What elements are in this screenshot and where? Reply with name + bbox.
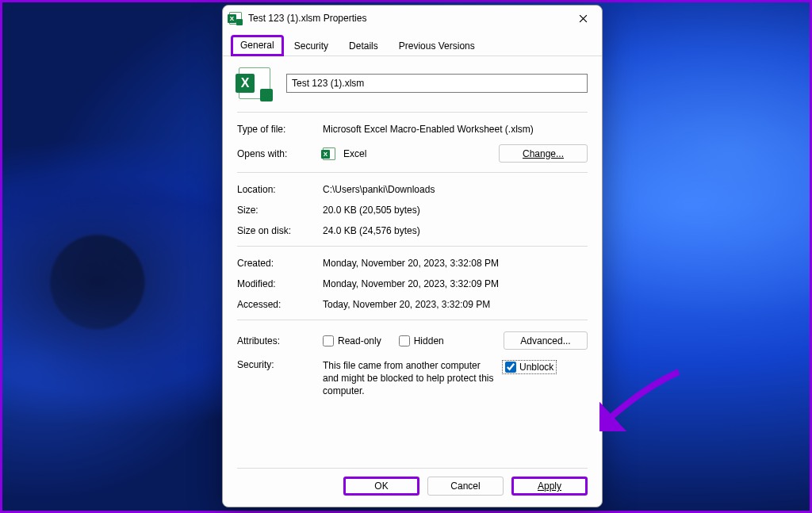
titlebar-file-icon: X xyxy=(229,12,242,25)
cancel-button[interactable]: Cancel xyxy=(427,477,504,496)
value-type-of-file: Microsoft Excel Macro-Enabled Worksheet … xyxy=(323,124,588,135)
unblock-label: Unblock xyxy=(519,362,553,373)
excel-app-icon: X xyxy=(323,147,335,160)
unblock-checkbox-wrap[interactable]: Unblock xyxy=(502,360,557,374)
change-button[interactable]: Change... xyxy=(499,144,588,163)
tab-content-general: X Type of file: Microsoft Excel Macro-En… xyxy=(223,56,602,468)
advanced-button[interactable]: Advanced... xyxy=(504,331,588,350)
readonly-checkbox-wrap[interactable]: Read-only xyxy=(323,335,381,346)
apply-button[interactable]: Apply xyxy=(511,477,588,496)
label-type-of-file: Type of file: xyxy=(237,124,323,135)
tab-previous-versions[interactable]: Previous Versions xyxy=(389,35,485,56)
label-attributes: Attributes: xyxy=(237,335,323,346)
label-opens-with: Opens with: xyxy=(237,148,323,159)
label-modified: Modified: xyxy=(237,278,323,289)
filename-input[interactable] xyxy=(286,74,588,93)
hidden-label: Hidden xyxy=(414,335,444,346)
tab-strip: General Security Details Previous Versio… xyxy=(223,31,602,56)
separator xyxy=(237,246,588,247)
dialog-footer: OK Cancel Apply xyxy=(223,469,602,507)
separator xyxy=(237,320,588,320)
hidden-checkbox-wrap[interactable]: Hidden xyxy=(399,335,444,346)
tab-general[interactable]: General xyxy=(231,35,284,56)
close-button[interactable] xyxy=(572,7,594,29)
label-created: Created: xyxy=(237,258,323,269)
hidden-checkbox[interactable] xyxy=(399,335,410,346)
file-type-icon: X xyxy=(239,67,270,99)
value-modified: Monday, November 20, 2023, 3:32:09 PM xyxy=(323,278,588,289)
unblock-checkbox[interactable] xyxy=(505,362,516,373)
readonly-label: Read-only xyxy=(338,335,381,346)
value-created: Monday, November 20, 2023, 3:32:08 PM xyxy=(323,258,588,269)
readonly-checkbox[interactable] xyxy=(323,335,334,346)
security-description: This file came from another computer and… xyxy=(323,359,497,398)
titlebar: X Test 123 (1).xlsm Properties xyxy=(223,6,602,31)
label-location: Location: xyxy=(237,184,323,195)
value-accessed: Today, November 20, 2023, 3:32:09 PM xyxy=(323,299,588,310)
label-accessed: Accessed: xyxy=(237,299,323,310)
tab-security[interactable]: Security xyxy=(284,35,339,56)
value-location: C:\Users\panki\Downloads xyxy=(323,184,588,195)
value-opens-with: Excel xyxy=(343,148,366,159)
properties-dialog: X Test 123 (1).xlsm Properties General S… xyxy=(222,5,603,507)
value-size-on-disk: 24.0 KB (24,576 bytes) xyxy=(323,225,588,236)
label-size-on-disk: Size on disk: xyxy=(237,225,323,236)
label-size: Size: xyxy=(237,205,323,216)
window-title: Test 123 (1).xlsm Properties xyxy=(248,13,565,24)
separator xyxy=(237,172,588,173)
value-size: 20.0 KB (20,505 bytes) xyxy=(323,205,588,216)
label-security: Security: xyxy=(237,359,323,370)
close-icon xyxy=(579,14,588,23)
separator xyxy=(237,112,588,113)
ok-button[interactable]: OK xyxy=(343,477,419,496)
tab-details[interactable]: Details xyxy=(339,35,389,56)
